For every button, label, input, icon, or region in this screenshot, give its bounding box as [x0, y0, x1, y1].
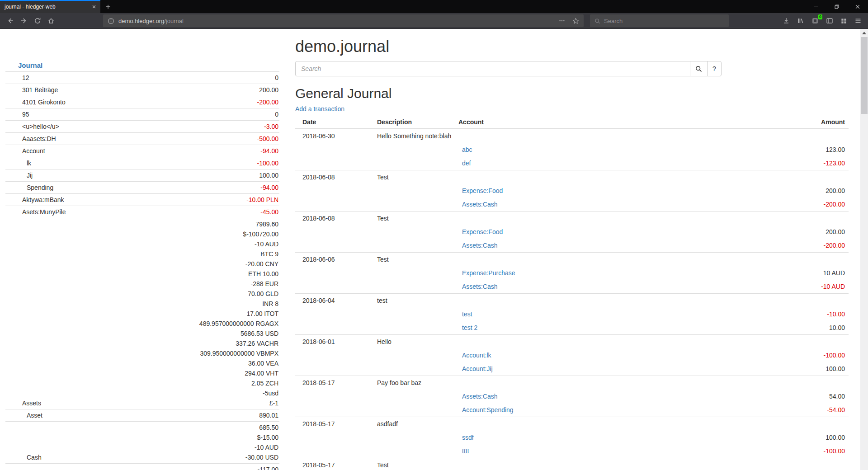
forward-icon	[20, 17, 28, 24]
page-actions-icon[interactable]	[559, 18, 565, 24]
grid-icon	[840, 18, 847, 24]
sidebar-account-row: 301 Beiträge200.00	[5, 84, 279, 96]
sidebar-account-link[interactable]: Aktywa:mBank	[22, 196, 64, 203]
forward-button[interactable]	[17, 14, 31, 27]
extension-icon	[811, 17, 819, 24]
sidebar-account-link[interactable]: Jij	[27, 172, 33, 179]
browser-search-field[interactable]: Search	[590, 14, 729, 27]
grid-button[interactable]	[840, 18, 847, 24]
minimize-button[interactable]	[806, 0, 826, 13]
posting-row: Account:Spending-54.00	[295, 403, 849, 417]
journal-search-input[interactable]	[295, 61, 690, 76]
page-scrollbar[interactable]	[860, 29, 868, 470]
back-button[interactable]	[4, 14, 17, 27]
sidebar-toggle-button[interactable]	[826, 17, 833, 24]
sidebar-account-link[interactable]: 95	[22, 111, 29, 118]
scrollbar-up-button[interactable]	[860, 29, 868, 37]
sidebar-account-name-cell: Jij	[5, 169, 123, 182]
close-icon	[854, 4, 861, 10]
search-submit-button[interactable]	[690, 61, 708, 76]
posting-account-link[interactable]: Account:Jij	[462, 365, 493, 372]
sidebar-account-link[interactable]: Account	[22, 147, 45, 155]
column-header-description: Description	[373, 116, 455, 129]
account-balance-cell: -117.00	[123, 464, 279, 470]
tab-close-icon[interactable]	[91, 4, 97, 9]
balance-amount: $-100720.00	[243, 230, 278, 238]
posting-account-link[interactable]: tttt	[462, 447, 469, 455]
sidebar-account-row: Spending-94.00	[5, 182, 279, 194]
posting-account-link[interactable]: Expense:Food	[462, 228, 503, 235]
posting-account-cell: Account:Spending	[455, 403, 726, 417]
close-button[interactable]	[847, 0, 868, 13]
sidebar-account-row: lk-100.00	[5, 157, 279, 169]
address-bar[interactable]: demo.hledger.org/journal	[103, 14, 584, 27]
posting-amount: -123.00	[726, 156, 849, 170]
scrollbar-thumb[interactable]	[861, 37, 868, 114]
balance-amount: -94.00	[260, 184, 278, 191]
sidebar-account-link[interactable]: Assets	[22, 400, 41, 407]
extension-button[interactable]: 0	[811, 17, 819, 24]
posting-account-link[interactable]: Assets:Cash	[462, 201, 498, 208]
sidebar-account-link[interactable]: 12	[22, 74, 29, 81]
add-transaction-link[interactable]: Add a transaction	[295, 105, 344, 113]
posting-spacer	[295, 143, 455, 156]
balance-amount: -30.00 USD	[245, 454, 278, 461]
sidebar-account-link[interactable]: Aaasets:DH	[22, 135, 56, 142]
sidebar-account-row: Asset890.01	[5, 409, 279, 422]
search-help-button[interactable]: ?	[707, 61, 722, 76]
new-tab-button[interactable]	[100, 0, 116, 13]
posting-account-link[interactable]: def	[462, 160, 471, 167]
menu-button[interactable]	[854, 17, 862, 24]
posting-account-link[interactable]: test	[462, 310, 472, 318]
home-button[interactable]	[44, 14, 58, 27]
posting-row: test-10.00	[295, 307, 849, 321]
transaction-row: 2018-05-17asdfadf	[295, 417, 849, 431]
account-balance-cell: -200.00	[123, 96, 279, 108]
sidebar-account-link[interactable]: <u>hello</u>	[22, 123, 59, 130]
posting-account-link[interactable]: test 2	[462, 324, 477, 331]
posting-account-link[interactable]: Assets:Cash	[462, 283, 498, 290]
transaction-description: Hello	[373, 335, 849, 349]
urlbar-actions	[559, 18, 579, 24]
library-button[interactable]	[797, 17, 804, 24]
posting-account-link[interactable]: Account:lk	[462, 352, 491, 359]
posting-account-link[interactable]: Expense:Purchase	[462, 269, 515, 277]
search-icon	[594, 18, 600, 24]
posting-spacer	[295, 266, 455, 280]
transaction-date: 2018-05-17	[295, 376, 373, 390]
sidebar-journal-link[interactable]: Journal	[5, 60, 279, 71]
balance-amount: -45.00	[260, 208, 278, 216]
sidebar-account-link[interactable]: Cash	[27, 454, 42, 461]
posting-account-link[interactable]: Account:Spending	[462, 406, 514, 414]
posting-account-cell: tttt	[455, 444, 726, 458]
sidebar-account-row: <u>hello</u>-3.00	[5, 121, 279, 133]
posting-account-link[interactable]: Expense:Food	[462, 187, 503, 194]
sidebar-account-link[interactable]: lk	[27, 160, 31, 167]
sidebar-account-row: 950	[5, 108, 279, 121]
sidebar-account-link[interactable]: 301 Beiträge	[22, 86, 58, 94]
transaction-date: 2018-06-08	[295, 170, 373, 184]
posting-account-link[interactable]: Assets:Cash	[462, 242, 498, 249]
sidebar-account-link[interactable]: 4101 Girokonto	[22, 99, 66, 106]
account-balance-cell: 7989.60$-100720.00-10 AUDBTC 9-20.00 CNY…	[123, 218, 279, 409]
site-info-icon[interactable]	[108, 18, 114, 24]
transaction-row: 2018-06-04test	[295, 294, 849, 308]
sidebar-account-link[interactable]: Asets:MunyPile	[22, 208, 66, 216]
browser-toolbar: demo.hledger.org/journal Search	[0, 13, 868, 29]
bookmark-star-icon[interactable]	[572, 18, 579, 24]
back-icon	[7, 17, 14, 24]
toolbar-icons: 0	[783, 17, 864, 24]
transaction-description: Test	[373, 458, 849, 470]
posting-amount: 200.00	[726, 184, 849, 197]
download-button[interactable]	[783, 17, 790, 24]
maximize-button[interactable]	[826, 0, 847, 13]
sidebar-account-row: 120	[5, 72, 279, 84]
browser-tab[interactable]: journal - hledger-web	[0, 0, 100, 13]
posting-account-link[interactable]: abc	[462, 146, 472, 153]
balance-amount: 685.50	[259, 424, 278, 431]
reload-button[interactable]	[31, 14, 44, 27]
sidebar-account-link[interactable]: Asset	[27, 412, 42, 419]
posting-account-link[interactable]: Assets:Cash	[462, 393, 498, 400]
posting-account-link[interactable]: ssdf	[462, 434, 474, 441]
sidebar-account-link[interactable]: Spending	[27, 184, 53, 191]
